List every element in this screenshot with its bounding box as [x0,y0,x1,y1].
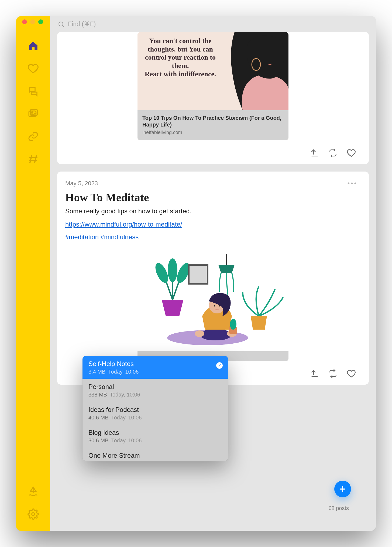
like-icon[interactable] [347,369,356,379]
svg-point-2 [32,112,33,113]
stream-name: One More Stream [88,452,222,459]
app-window: Find (⌘F) You can't control the thoughts… [16,16,376,531]
svg-rect-10 [189,265,208,284]
like-icon[interactable] [347,148,356,159]
link-preview[interactable]: You can't control the thoughts, but You … [137,32,288,140]
svg-point-14 [214,305,215,307]
stream-item[interactable]: Personal 338 MBToday, 10:06 [82,379,228,402]
svg-point-3 [32,513,35,516]
tags-icon[interactable] [26,152,41,167]
search-field[interactable]: Find (⌘F) [50,16,376,32]
svg-point-8 [168,258,177,282]
post-title: How To Meditate [57,187,369,207]
post-tag[interactable]: #mindfulness [101,233,139,241]
share-icon[interactable] [310,148,319,159]
streams-icon[interactable] [26,484,41,499]
stream-time: Today, 10:06 [111,415,142,420]
post-text: Some really good tips on how to get star… [65,207,361,216]
post-link[interactable]: https://www.mindful.org/how-to-meditate/ [65,221,182,228]
favorites-icon[interactable] [26,61,41,76]
chats-icon[interactable] [26,84,41,99]
post-count: 68 posts [328,505,349,511]
stream-size: 40.6 MB [88,415,108,420]
compose-button[interactable] [334,481,351,497]
repost-icon[interactable] [328,369,338,379]
home-icon[interactable] [26,38,41,53]
sidebar [16,16,50,531]
post-actions [57,140,369,159]
stream-size: 3.4 MB [88,369,105,375]
stream-name: Personal [88,383,222,391]
preview-domain: ineffableliving.com [142,130,284,135]
search-icon [58,21,65,28]
links-icon[interactable] [26,129,41,144]
close-window-button[interactable] [22,19,27,24]
stream-size: 30.6 MB [88,437,108,443]
media-icon[interactable] [26,106,41,121]
stream-time: Today, 10:06 [111,437,142,443]
stream-item[interactable]: Self-Help Notes 3.4 MBToday, 10:06 ✓ [82,356,228,379]
svg-point-19 [230,319,236,330]
stream-name: Self-Help Notes [88,360,222,368]
minimize-window-button[interactable] [30,19,35,24]
svg-point-16 [195,330,204,337]
stream-item[interactable]: Ideas for Podcast 40.6 MBToday, 10:06 [82,402,228,425]
preview-illustration [221,32,288,110]
stream-time: Today, 10:06 [110,392,140,398]
stream-name: Ideas for Podcast [88,406,222,413]
svg-point-15 [219,305,221,307]
post-card: You can't control the thoughts, but You … [57,32,369,164]
stream-size: 338 MB [88,392,107,398]
share-icon[interactable] [310,369,319,379]
stream-name: Blog Ideas [88,429,222,436]
svg-point-4 [59,22,63,26]
post-tag[interactable]: #meditation [65,233,99,241]
streams-popover: Self-Help Notes 3.4 MBToday, 10:06 ✓ Per… [82,356,228,461]
preview-quote: You can't control the thoughts, but You … [137,32,221,81]
stream-time: Today, 10:06 [108,369,139,375]
post-date: May 5, 2023 [65,180,98,187]
window-controls [22,19,43,24]
search-placeholder: Find (⌘F) [68,20,96,28]
settings-icon[interactable] [26,507,41,522]
post-card: May 5, 2023 ••• How To Meditate Some rea… [57,172,369,385]
check-icon: ✓ [216,362,223,369]
fullscreen-window-button[interactable] [38,19,43,24]
repost-icon[interactable] [328,148,338,159]
preview-title: Top 10 Tips On How To Practice Stoicism … [142,115,284,128]
post-image [137,254,288,351]
post-menu-icon[interactable]: ••• [348,180,357,187]
post-body: Some really good tips on how to get star… [57,207,369,242]
stream-item[interactable]: One More Stream [82,447,228,461]
stream-item[interactable]: Blog Ideas 30.6 MBToday, 10:06 [82,425,228,447]
